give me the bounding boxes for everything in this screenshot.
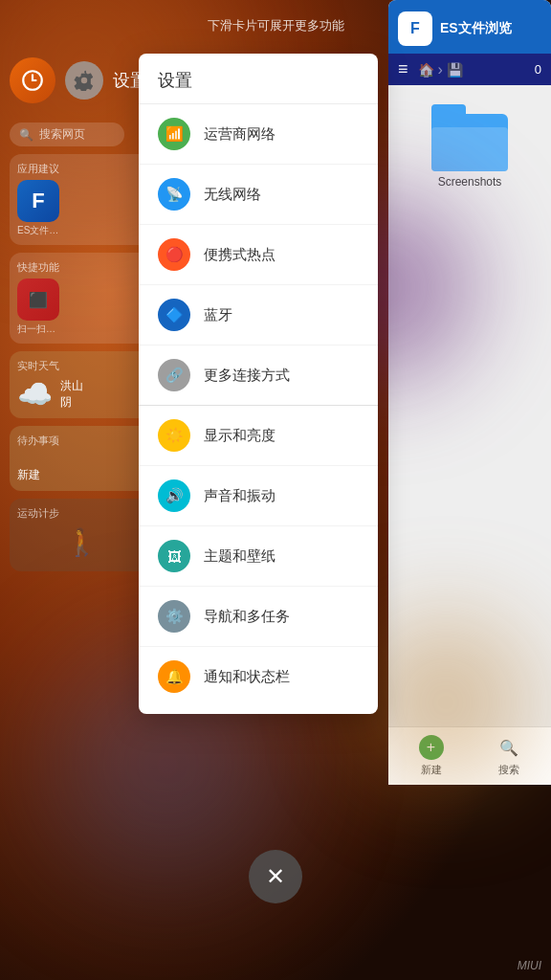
search-bar[interactable]: 🔍 搜索网页 — [10, 122, 124, 146]
mobile-network-icon: 📶 — [158, 118, 190, 150]
close-button[interactable]: ✕ — [249, 850, 302, 903]
bluetooth-label: 蓝牙 — [204, 306, 232, 324]
sound-icon: 🔊 — [158, 479, 190, 512]
app-suggest-title: 应用建议 — [17, 162, 145, 176]
theme-icon: 🖼 — [158, 540, 190, 572]
wifi-label: 无线网络 — [204, 186, 261, 204]
todo-new-action[interactable]: 新建 — [17, 467, 145, 483]
breadcrumb-sep: › — [438, 61, 443, 78]
screenshots-folder-icon[interactable] — [431, 104, 508, 171]
bluetooth-icon: 🔷 — [158, 299, 190, 331]
todo-title: 待办事项 — [17, 434, 145, 448]
app-icon-miui[interactable] — [10, 57, 55, 103]
quick-func-title: 快捷功能 — [17, 260, 145, 275]
home-icon[interactable]: 🏠 — [418, 62, 434, 78]
settings-item-mobile-network[interactable]: 📶 运营商网络 — [139, 104, 378, 165]
miui-watermark: MIUI — [518, 959, 541, 972]
settings-item-hotspot[interactable]: 🔴 便携式热点 — [139, 225, 378, 285]
weather-cloud-icon: ☁️ — [17, 377, 53, 411]
settings-dropdown: 设置 📶 运营商网络 📡 无线网络 🔴 便携式热点 🔷 蓝牙 🔗 更多连接方式 — [139, 54, 378, 714]
search-icon: 🔍 — [19, 128, 33, 142]
es-browser-icon[interactable]: F — [17, 180, 59, 222]
close-icon: ✕ — [266, 863, 285, 890]
settings-dropdown-header: 设置 — [139, 54, 378, 104]
notification-label: 通知和状态栏 — [204, 668, 290, 686]
mobile-network-label: 运营商网络 — [204, 125, 276, 144]
navigation-icon: ⚙️ — [158, 600, 190, 633]
screenshot-folder-label: Screenshots — [438, 175, 502, 189]
settings-item-theme[interactable]: 🖼 主题和壁纸 — [139, 526, 378, 587]
settings-item-sound[interactable]: 🔊 声音和振动 — [139, 466, 378, 526]
search-placeholder: 搜索网页 — [39, 126, 85, 143]
settings-item-navigation[interactable]: ⚙️ 导航和多任务 — [139, 587, 378, 647]
display-label: 显示和亮度 — [204, 427, 276, 445]
more-connections-label: 更多连接方式 — [204, 367, 290, 385]
local-icon[interactable]: 💾 — [447, 62, 463, 78]
settings-item-wifi[interactable]: 📡 无线网络 — [139, 165, 378, 225]
settings-item-display[interactable]: ☀️ 显示和亮度 — [139, 406, 378, 466]
display-icon: ☀️ — [158, 419, 190, 452]
todo-card: 待办事项 新建 — [10, 426, 153, 491]
es-browser-label: ES文件浏览... — [17, 224, 59, 237]
notification-icon: 🔔 — [158, 660, 190, 693]
weather-card: 实时天气 ☁️ 洪山 阴 — [10, 351, 153, 418]
hamburger-icon[interactable]: ≡ — [398, 59, 408, 79]
sound-label: 声音和振动 — [204, 487, 276, 505]
theme-label: 主题和壁纸 — [204, 547, 276, 566]
quick-func-card: 快捷功能 ⬛ 扫一扫相机 — [10, 253, 153, 344]
top-hint: 下滑卡片可展开更多功能 — [0, 17, 551, 34]
navigation-label: 导航和多任务 — [204, 608, 290, 626]
app-suggest-card: 应用建议 F ES文件浏览... — [10, 154, 153, 245]
wifi-icon: 📡 — [158, 178, 190, 211]
settings-item-more-connections[interactable]: 🔗 更多连接方式 — [139, 345, 378, 406]
weather-title: 实时天气 — [17, 359, 145, 373]
hotspot-label: 便携式热点 — [204, 246, 276, 264]
steps-title: 运动计步 — [17, 506, 145, 521]
weather-location: 洪山 — [60, 378, 83, 394]
settings-item-bluetooth[interactable]: 🔷 蓝牙 — [139, 285, 378, 345]
hotspot-icon: 🔴 — [158, 238, 190, 271]
qr-camera-label: 扫一扫相机 — [17, 323, 59, 336]
settings-gear-icon[interactable] — [65, 61, 103, 100]
steps-card: 运动计步 🚶 — [10, 499, 153, 571]
qr-camera-icon[interactable]: ⬛ — [17, 278, 59, 321]
steps-icon: 🚶 — [65, 527, 99, 557]
es-nav-bar: ≡ 🏠 › 💾 0 — [388, 54, 551, 85]
breadcrumb-icons: 🏠 › 💾 — [418, 61, 463, 78]
more-connections-icon: 🔗 — [158, 359, 190, 391]
es-count: 0 — [535, 62, 541, 77]
weather-condition: 阴 — [60, 394, 83, 411]
settings-item-notification[interactable]: 🔔 通知和状态栏 — [139, 647, 378, 706]
